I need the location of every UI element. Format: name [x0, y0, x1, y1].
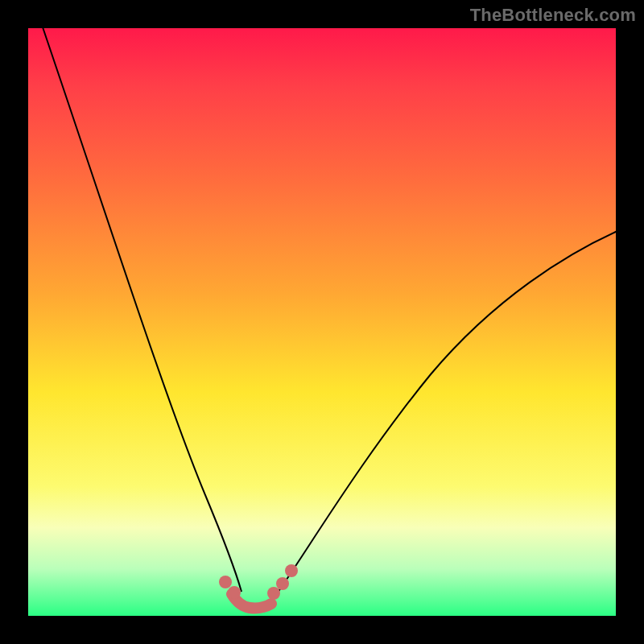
- curve-left-branch: [40, 20, 242, 592]
- curve-right-branch: [274, 231, 617, 598]
- curve-marker-dots: [219, 564, 298, 600]
- svg-point-2: [267, 587, 280, 600]
- watermark-text: TheBottleneck.com: [470, 5, 636, 26]
- svg-point-4: [285, 564, 298, 577]
- chart-plot-area: [28, 28, 616, 616]
- svg-point-3: [276, 577, 289, 590]
- svg-point-1: [228, 586, 241, 599]
- svg-point-0: [219, 576, 232, 588]
- chart-svg: [28, 28, 616, 616]
